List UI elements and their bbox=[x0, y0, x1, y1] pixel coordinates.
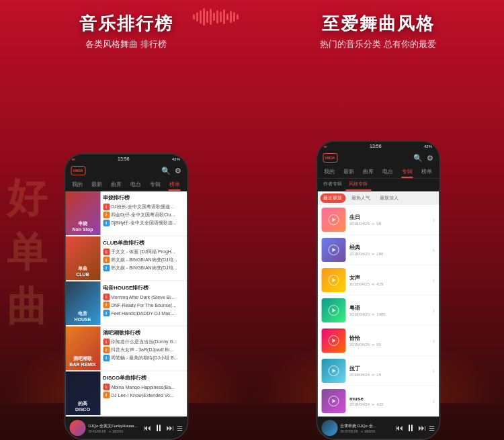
rank-2: 2 bbox=[103, 392, 110, 398]
chart-row-5[interactable]: 的高 DISCO DISCO单曲排行榜 1 Albina Mango-Happi… bbox=[65, 371, 187, 415]
song-4-2: 抖音火女声 - 3aR(DJpadf Br... bbox=[111, 347, 173, 353]
player-info-right: 云霄串烧 DJQz-全... 00:37/65:08 ∞ 160291 bbox=[340, 423, 392, 433]
play-overlay-7 bbox=[321, 389, 345, 413]
search-icon[interactable]: 🔍 bbox=[161, 167, 171, 175]
genre-count-1: 98 bbox=[376, 222, 381, 226]
sub-tab-author[interactable]: 作者专辑 bbox=[320, 179, 345, 191]
filter-hot[interactable]: 最热人气 bbox=[348, 193, 374, 203]
filter-recent[interactable]: 最近更新 bbox=[320, 193, 345, 203]
nav-tabs-right[interactable]: 我的 最新 曲库 电台 专辑 榜单 bbox=[317, 165, 439, 179]
chart-item-4-3: 3 周笔畅 - 最美的期待(DJ小组 B... bbox=[103, 355, 184, 361]
tab-album-right[interactable]: 专辑 bbox=[397, 165, 417, 178]
player-controls-right[interactable]: ⏮ ⏸ ⏭ ☰ bbox=[395, 423, 435, 433]
tab-my[interactable]: 我的 bbox=[68, 178, 87, 191]
phone-frame: w 13:56 42% VWDA 🔍 ⚙ bbox=[64, 153, 188, 440]
right-panel: 至爱舞曲风格 热门的音乐分类 总有你的最爱 w 13:56 42% bbox=[252, 0, 504, 440]
song-2-2: 韩文娱 - BINGBIAN病变(DJ培... bbox=[111, 257, 177, 263]
tab-my-right[interactable]: 我的 bbox=[320, 165, 339, 178]
sub-tabs[interactable]: 作者专辑 风格专辑 bbox=[317, 179, 439, 191]
left-phone: w 13:56 42% VWDA 🔍 ⚙ bbox=[64, 153, 188, 440]
menu-button[interactable]: ☰ bbox=[177, 425, 183, 432]
thumb-label-1: 串烧 Non Stop bbox=[65, 221, 100, 232]
right-title: 至爱舞曲风格 bbox=[259, 12, 497, 36]
genre-date-7: 2018/04/24 bbox=[349, 402, 370, 406]
genre-item-female[interactable]: 女声 2018/04/25 ∞ 429 › bbox=[317, 265, 439, 295]
tab-album[interactable]: 专辑 bbox=[145, 178, 165, 191]
rank-1: 1 bbox=[103, 249, 110, 255]
chart-row-2[interactable]: 单曲 CLUB CLUB单曲排行榜 1 于文文 - 体面 (DJ阿福 ProgH… bbox=[65, 236, 187, 280]
play-triangle-5 bbox=[332, 339, 335, 343]
thumb-label-5: 的高 DISCO bbox=[65, 401, 100, 412]
play-pause-button[interactable]: ⏸ bbox=[154, 423, 163, 433]
rank-3: 3 bbox=[103, 355, 110, 361]
nav-tabs[interactable]: 我的 最新 曲库 电台 专辑 榜单 bbox=[65, 178, 187, 191]
player-thumb-right bbox=[321, 420, 337, 436]
player-controls[interactable]: ⏮ ⏸ ⏭ ☰ bbox=[143, 423, 183, 433]
chart-row-1[interactable]: 串烧 Non Stop 串烧排行榜 1 DJ校长-全中文国粤语歌慢连... bbox=[65, 191, 187, 235]
tab-chart-right[interactable]: 榜单 bbox=[417, 165, 436, 178]
chart-row-3[interactable]: 电音 HOUSE 电音HOUSE排行榜 1 Morning After Dark… bbox=[65, 281, 187, 325]
app-icons[interactable]: 🔍 ⚙ bbox=[161, 167, 181, 175]
genre-name-1: 生日 bbox=[349, 214, 429, 221]
play-circle-5 bbox=[328, 335, 339, 346]
song-5-1: Albina Mango-Happiness(Ba... bbox=[111, 385, 175, 390]
filter-new[interactable]: 最新加入 bbox=[376, 193, 402, 203]
next-button[interactable]: ⏭ bbox=[166, 423, 174, 433]
chart-item-2-2: 2 韩文娱 - BINGBIAN病变(DJ培... bbox=[103, 257, 184, 263]
tab-latest[interactable]: 最新 bbox=[87, 178, 107, 191]
chart-item-5-1: 1 Albina Mango-Happiness(Ba... bbox=[103, 384, 184, 390]
player-time: 00:41/65:08 ∞ 160291 bbox=[88, 429, 140, 433]
prev-button-right[interactable]: ⏮ bbox=[395, 423, 403, 433]
prev-button[interactable]: ⏮ bbox=[143, 423, 151, 433]
genre-info-2: 经典 2018/04/25 ∞ 288 bbox=[349, 244, 429, 256]
genre-count-icon-2: ∞ bbox=[372, 252, 374, 256]
play-triangle-4 bbox=[332, 308, 335, 312]
chart-title-2: CLUB单曲排行榜 bbox=[103, 239, 184, 247]
tab-latest-right[interactable]: 最新 bbox=[339, 165, 359, 178]
genre-date-2: 2018/04/25 bbox=[349, 252, 370, 256]
filter-tabs[interactable]: 最近更新 最热人气 最新加入 bbox=[317, 191, 439, 205]
left-title: 音乐排行榜 bbox=[7, 12, 245, 36]
app-icons-right[interactable]: 🔍 ⚙ bbox=[413, 154, 433, 163]
genre-name-6: 拉丁 bbox=[349, 365, 429, 372]
genre-item-chacha[interactable]: 恰恰 2018/04/25 ∞ 55 › bbox=[317, 326, 439, 355]
tab-library[interactable]: 曲库 bbox=[107, 178, 126, 191]
left-panel-header: 音乐排行榜 各类风格舞曲 排行榜 bbox=[0, 0, 252, 56]
right-panel-header: 至爱舞曲风格 热门的音乐分类 总有你的最爱 bbox=[252, 0, 504, 56]
right-phone: w 13:56 42% VWDA 🔍 ⚙ bbox=[316, 140, 440, 440]
bottom-player-right[interactable]: 云霄串烧 DJQz-全... 00:37/65:08 ∞ 160291 ⏮ ⏸ … bbox=[317, 416, 439, 439]
genre-item-latin[interactable]: 拉丁 2018/04/24 ∞ 29 › bbox=[317, 356, 439, 386]
bottom-player-left[interactable]: DJQz-全英文FunkyHouse音乐节 00:41/65:08 ∞ 1602… bbox=[65, 416, 187, 439]
tab-library-right[interactable]: 曲库 bbox=[359, 165, 378, 178]
menu-button-right[interactable]: ☰ bbox=[429, 425, 435, 432]
settings-icon-right[interactable]: ⚙ bbox=[427, 154, 433, 163]
chart-item-3-1: 1 Morning After Dark (Steve Bl... bbox=[103, 294, 184, 300]
genre-arrow-6: › bbox=[433, 367, 435, 375]
chart-row-4[interactable]: 酒吧潮歌 BAR REMIX 酒吧潮歌排行榜 1 你知道什么是当当当(Donny… bbox=[65, 326, 187, 370]
tab-radio-right[interactable]: 电台 bbox=[378, 165, 397, 178]
genre-meta-3: 2018/04/25 ∞ 429 bbox=[349, 282, 429, 286]
genre-item-muse[interactable]: muse 2018/04/24 ∞ 422 › bbox=[317, 386, 439, 416]
next-button-right[interactable]: ⏭ bbox=[418, 423, 426, 433]
song-4-3: 周笔畅 - 最美的期待(DJ小组 B... bbox=[111, 355, 178, 361]
genre-count-4: 1485 bbox=[376, 312, 385, 316]
thumb-label-2: 单曲 CLUB bbox=[65, 266, 100, 277]
app-logo: VWDA bbox=[71, 166, 85, 175]
genre-name-3: 女声 bbox=[349, 274, 429, 281]
sub-tab-genre[interactable]: 风格专辑 bbox=[345, 179, 371, 191]
tab-radio[interactable]: 电台 bbox=[126, 178, 145, 191]
chart-title-4: 酒吧潮歌排行榜 bbox=[103, 329, 184, 337]
tab-chart[interactable]: 榜单 bbox=[165, 178, 184, 191]
chart-item-1-1: 1 DJ校长-全中文国粤语歌慢连... bbox=[103, 204, 184, 210]
rank-2: 2 bbox=[103, 347, 110, 353]
song-2-3: 韩文娱 - BINGBIAN病变(DJ培... bbox=[111, 265, 177, 271]
play-pause-button-right[interactable]: ⏸ bbox=[406, 423, 415, 433]
play-overlay-6 bbox=[321, 359, 345, 383]
genre-item-birthday[interactable]: 生日 2018/04/25 ∞ 98 › bbox=[317, 205, 439, 234]
genre-item-classic[interactable]: 经典 2018/04/25 ∞ 288 › bbox=[317, 235, 439, 265]
player-thumb bbox=[69, 420, 85, 436]
genre-item-cantonese[interactable]: 粤语 2018/04/25 ∞ 1485 › bbox=[317, 296, 439, 325]
settings-icon[interactable]: ⚙ bbox=[175, 167, 181, 175]
search-icon-right[interactable]: 🔍 bbox=[413, 154, 423, 163]
genre-arrow-5: › bbox=[433, 337, 435, 345]
